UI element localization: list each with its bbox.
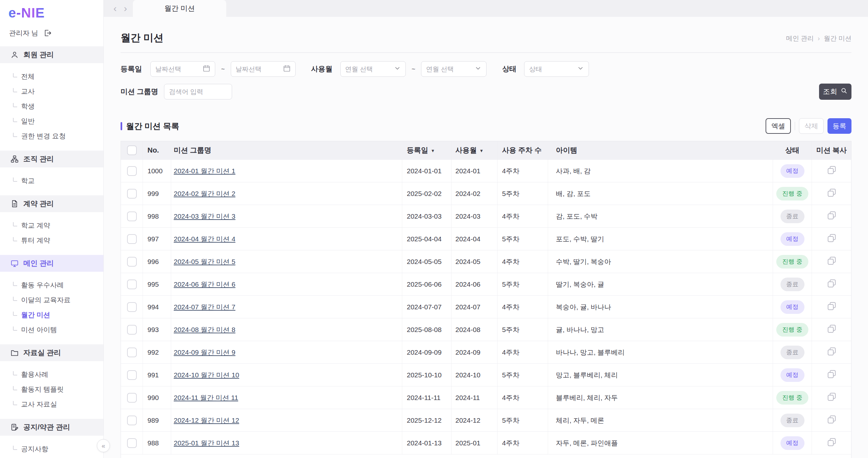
mission-group-link[interactable]: 2024-12 월간 미션 12 bbox=[174, 416, 239, 425]
status-badge: 진행 중 bbox=[776, 323, 808, 336]
sidebar-item-school[interactable]: 학교 bbox=[0, 173, 103, 188]
sidebar-collapse-button[interactable]: « bbox=[97, 439, 110, 452]
reg-date-end-input[interactable]: 날짜선택 bbox=[231, 61, 296, 77]
sidebar-item-label: 전체 bbox=[21, 72, 35, 81]
sidebar-item-permission-change-requests[interactable]: 권한 변경 요청 bbox=[0, 129, 103, 143]
sidebar-item-label: 일반 bbox=[21, 117, 35, 126]
tree-connector-icon bbox=[13, 386, 17, 390]
sidebar-item-all[interactable]: 전체 bbox=[0, 69, 103, 84]
use-month-start-select[interactable]: 연월 선택 bbox=[340, 61, 406, 77]
copy-mission-button[interactable] bbox=[825, 164, 839, 178]
row-checkbox[interactable] bbox=[127, 438, 137, 448]
use-month: 2024-10 bbox=[452, 364, 498, 386]
copy-mission-button[interactable] bbox=[825, 368, 839, 382]
sidebar-item-mission-items[interactable]: 미션 아이템 bbox=[0, 322, 103, 337]
mission-group-link[interactable]: 2024-07 월간 미션 7 bbox=[174, 302, 235, 312]
mission-group-link[interactable]: 2025-01 월간 미션 13 bbox=[174, 438, 239, 448]
table-body: 10002024-01 월간 미션 12024-01-012024-014주차사… bbox=[121, 159, 851, 454]
row-checkbox[interactable] bbox=[127, 370, 137, 380]
row-checkbox[interactable] bbox=[127, 302, 137, 312]
row-checkbox[interactable] bbox=[127, 189, 137, 199]
status-select[interactable]: 상태 bbox=[524, 61, 589, 77]
copy-mission-button[interactable] bbox=[825, 209, 839, 224]
copy-mission-button[interactable] bbox=[825, 413, 839, 428]
tree-connector-icon bbox=[13, 327, 17, 331]
sidebar-section-members[interactable]: 회원 관리 bbox=[0, 46, 103, 63]
mission-group-link[interactable]: 2024-04 월간 미션 4 bbox=[174, 234, 235, 243]
mission-group-link[interactable]: 2024-02 월간 미션 2 bbox=[174, 189, 235, 198]
row-checkbox[interactable] bbox=[127, 348, 137, 357]
copy-icon bbox=[827, 301, 837, 313]
status-badge: 예정 bbox=[780, 436, 804, 450]
row-checkbox[interactable] bbox=[127, 234, 137, 244]
copy-mission-button[interactable] bbox=[825, 391, 839, 405]
mission-group-link[interactable]: 2024-06 월간 미션 6 bbox=[174, 280, 235, 289]
row-checkbox[interactable] bbox=[127, 393, 137, 403]
nav-forward-icon[interactable]: › bbox=[124, 0, 127, 17]
sidebar-item-notices[interactable]: 공지사항 bbox=[0, 441, 103, 456]
nav-back-icon[interactable]: ‹ bbox=[114, 0, 117, 17]
breadcrumb-item[interactable]: 메인 관리 bbox=[786, 34, 814, 43]
select-all-checkbox[interactable] bbox=[127, 145, 137, 155]
sidebar-section-contracts[interactable]: 계약 관리 bbox=[0, 195, 103, 212]
sidebar-item-general[interactable]: 일반 bbox=[0, 114, 103, 129]
admin-row: 관리자 님 bbox=[0, 21, 103, 38]
delete-button[interactable]: 삭제 bbox=[799, 118, 824, 134]
copy-mission-button[interactable] bbox=[825, 255, 839, 269]
sidebar-section-notice[interactable]: 공지/약관 관리 bbox=[0, 419, 103, 436]
sidebar-item-monthly-missions[interactable]: 월간 미션 bbox=[0, 307, 103, 322]
sidebar-item-best-activity-cases[interactable]: 활동 우수사례 bbox=[0, 277, 103, 293]
tab-monthly-mission[interactable]: 월간 미션 bbox=[133, 0, 226, 17]
mission-group-link[interactable]: 2024-08 월간 미션 8 bbox=[174, 325, 235, 334]
search-button[interactable]: 조회 bbox=[819, 84, 851, 100]
row-checkbox[interactable] bbox=[127, 211, 137, 221]
sidebar-item-label: 교사 자료실 bbox=[21, 400, 57, 409]
row-checkbox[interactable] bbox=[127, 280, 137, 289]
sidebar-section-main[interactable]: 메인 관리 bbox=[0, 255, 103, 272]
month-range-tilde: ~ bbox=[412, 65, 415, 73]
copy-mission-button[interactable] bbox=[825, 436, 839, 450]
mission-group-link[interactable]: 2024-09 월간 미션 9 bbox=[174, 348, 235, 357]
sidebar-section-resources[interactable]: 자료실 관리 bbox=[0, 344, 103, 361]
copy-mission-button[interactable] bbox=[825, 187, 839, 201]
logout-icon[interactable] bbox=[43, 29, 52, 37]
copy-icon bbox=[827, 233, 837, 244]
sidebar-item-students[interactable]: 학생 bbox=[0, 99, 103, 114]
copy-mission-button[interactable] bbox=[825, 323, 839, 337]
row-checkbox[interactable] bbox=[127, 325, 137, 335]
group-name-search-input[interactable] bbox=[169, 88, 227, 96]
sidebar-item-teacher-resources[interactable]: 교사 자료실 bbox=[0, 397, 103, 412]
col-header-reg-date[interactable]: 등록일▼ bbox=[402, 141, 452, 159]
excel-export-button[interactable]: 엑셀 bbox=[766, 118, 791, 134]
col-header-use-month[interactable]: 사용월▼ bbox=[452, 141, 498, 159]
row-checkbox[interactable] bbox=[127, 166, 137, 176]
sidebar-item-worksheet-templates[interactable]: 활동지 템플릿 bbox=[0, 382, 103, 397]
sidebar-item-monthly-education-materials[interactable]: 이달의 교육자료 bbox=[0, 293, 103, 307]
reg-date-start-input[interactable]: 날짜선택 bbox=[150, 61, 215, 77]
week-count: 4주차 bbox=[498, 432, 548, 454]
mission-group-link[interactable]: 2024-01 월간 미션 1 bbox=[174, 166, 235, 175]
sidebar-item-teachers[interactable]: 교사 bbox=[0, 84, 103, 99]
copy-mission-button[interactable] bbox=[825, 345, 839, 360]
row-checkbox[interactable] bbox=[127, 416, 137, 425]
sidebar-item-tutor-contracts[interactable]: 튜터 계약 bbox=[0, 233, 103, 248]
use-month-end-select[interactable]: 연월 선택 bbox=[421, 61, 487, 77]
row-checkbox[interactable] bbox=[127, 257, 137, 267]
mission-group-link[interactable]: 2024-05 월간 미션 5 bbox=[174, 257, 235, 266]
copy-mission-button[interactable] bbox=[825, 300, 839, 314]
sidebar-item-school-contracts[interactable]: 학교 계약 bbox=[0, 218, 103, 233]
mission-group-link[interactable]: 2024-11 월간 미션 11 bbox=[174, 393, 238, 402]
sidebar-item-use-cases[interactable]: 활용사례 bbox=[0, 367, 103, 382]
mission-group-link[interactable]: 2024-03 월간 미션 3 bbox=[174, 212, 235, 221]
status-badge: 종료 bbox=[780, 277, 804, 291]
table-row: 9952024-06 월간 미션 62025-06-062024-065주차딸기… bbox=[121, 273, 851, 295]
breadcrumb-separator-icon: › bbox=[818, 35, 820, 42]
copy-mission-button[interactable] bbox=[825, 232, 839, 246]
copy-mission-button[interactable] bbox=[825, 277, 839, 292]
col-header-checkbox bbox=[121, 141, 143, 159]
use-month: 2024-08 bbox=[452, 318, 498, 341]
register-button[interactable]: 등록 bbox=[828, 118, 851, 134]
sidebar-section-organization[interactable]: 조직 관리 bbox=[0, 151, 103, 167]
row-number: 988 bbox=[143, 432, 171, 454]
mission-group-link[interactable]: 2024-10 월간 미션 10 bbox=[174, 370, 239, 380]
